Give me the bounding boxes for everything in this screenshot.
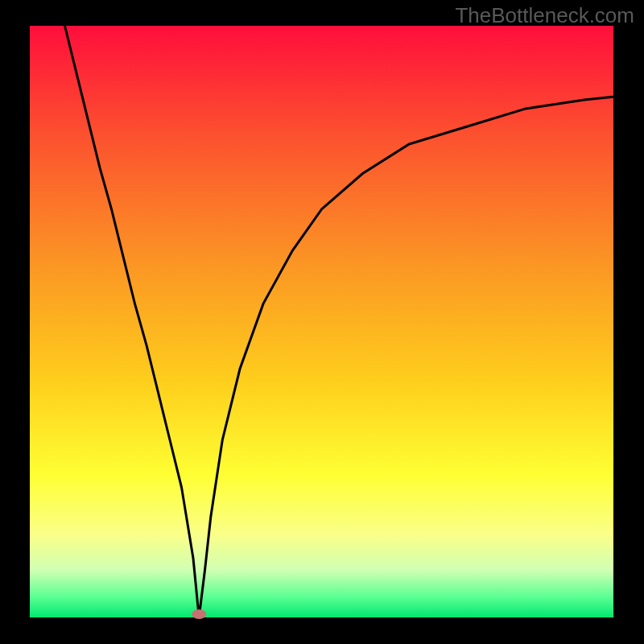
- minimum-marker: [192, 609, 206, 619]
- watermark-text: TheBottleneck.com: [455, 3, 634, 28]
- chart-svg: [0, 0, 644, 644]
- plot-background: [30, 26, 613, 617]
- chart-frame: TheBottleneck.com: [0, 0, 644, 644]
